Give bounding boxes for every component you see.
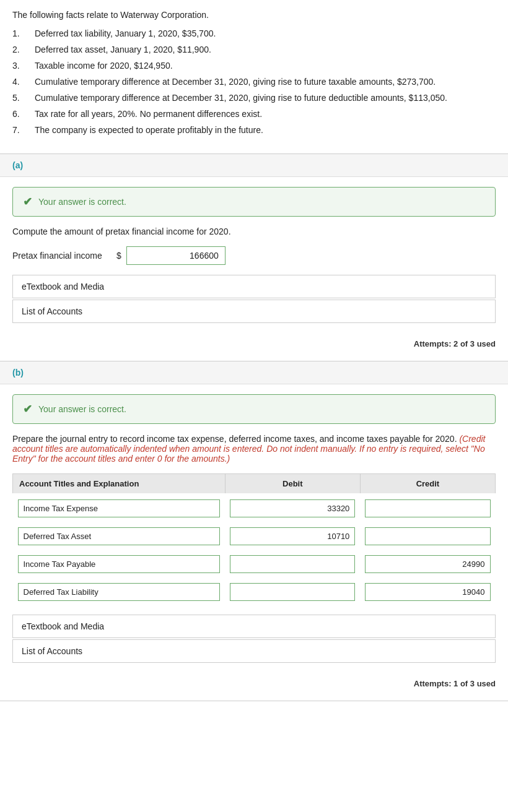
col-header-debit: Debit [225,474,360,495]
debit-cell-3 [225,550,360,578]
part-b-header: (b) [0,361,508,384]
pretax-income-row: Pretax financial income $ [12,246,496,265]
part-b-correct-msg: Your answer is correct. [38,404,126,414]
fact-text-5: Cumulative temporary difference at Decem… [35,93,447,103]
account-input-4[interactable] [18,583,221,601]
part-a-section: (a) ✔ Your answer is correct. Compute th… [0,154,508,361]
journal-table-body [13,495,496,606]
list-of-accounts-button-a[interactable]: List of Accounts [12,300,496,323]
part-a-correct-msg: Your answer is correct. [38,197,126,207]
fact-text-1: Deferred tax liability, January 1, 2020,… [35,28,216,38]
journal-table-header: Account Titles and Explanation Debit Cre… [13,474,496,495]
checkmark-icon: ✔ [23,195,32,209]
credit-cell-3 [360,550,495,578]
account-cell-4 [13,578,226,606]
journal-row-1 [13,495,496,522]
credit-cell-1 [360,495,495,522]
account-cell-2 [13,522,226,550]
debit-cell-1 [225,495,360,522]
fact-num-2: 2. [12,45,35,54]
credit-input-2[interactable] [365,527,490,545]
fact-item-6: 6. Tax rate for all years, 20%. No perma… [12,109,496,119]
fact-text-7: The company is expected to operate profi… [35,125,263,135]
account-cell-1 [13,495,226,522]
account-input-2[interactable] [18,527,221,545]
journal-row-2 [13,522,496,550]
fact-num-7: 7. [12,125,35,135]
part-a-question: Compute the amount of pretax financial i… [12,227,496,236]
col-header-account: Account Titles and Explanation [13,474,226,495]
journal-table: Account Titles and Explanation Debit Cre… [12,473,496,607]
fact-num-1: 1. [12,28,35,38]
fact-num-6: 6. [12,109,35,119]
debit-input-1[interactable] [230,499,355,517]
pretax-income-input[interactable] [126,246,226,265]
credit-input-3[interactable] [365,555,490,573]
debit-cell-4 [225,578,360,606]
credit-cell-2 [360,522,495,550]
fact-item-5: 5. Cumulative temporary difference at De… [12,93,496,103]
fact-num-3: 3. [12,61,35,71]
fact-item-1: 1. Deferred tax liability, January 1, 20… [12,28,496,38]
fact-num-4: 4. [12,77,35,87]
part-b-attempts: Attempts: 1 of 3 used [0,674,508,691]
fact-item-3: 3. Taxable income for 2020, $124,950. [12,61,496,71]
part-a-body: ✔ Your answer is correct. Compute the am… [0,177,508,334]
list-of-accounts-label-b: List of Accounts [22,646,82,656]
debit-cell-2 [225,522,360,550]
etextbook-button-b[interactable]: eTextbook and Media [12,615,496,638]
part-b-correct-banner: ✔ Your answer is correct. [12,394,496,424]
journal-row-4 [13,578,496,606]
journal-row-3 [13,550,496,578]
etextbook-button-a[interactable]: eTextbook and Media [12,275,496,298]
list-of-accounts-label-a: List of Accounts [22,306,82,316]
credit-cell-4 [360,578,495,606]
fact-num-5: 5. [12,93,35,103]
part-a-attempts: Attempts: 2 of 3 used [0,334,508,351]
fact-text-6: Tax rate for all years, 20%. No permanen… [35,109,262,119]
account-input-1[interactable] [18,499,221,517]
col-header-credit: Credit [360,474,495,495]
pretax-income-label: Pretax financial income [12,251,112,261]
checkmark-icon-b: ✔ [23,402,32,416]
part-a-header: (a) [0,154,508,177]
fact-item-4: 4. Cumulative temporary difference at De… [12,77,496,87]
debit-input-2[interactable] [230,527,355,545]
etextbook-label-a: eTextbook and Media [22,282,104,292]
facts-list: 1. Deferred tax liability, January 1, 20… [12,28,496,135]
dollar-sign-a: $ [116,251,121,261]
etextbook-label-b: eTextbook and Media [22,621,104,631]
facts-section: The following facts relate to Waterway C… [0,0,508,154]
debit-input-4[interactable] [230,583,355,601]
account-input-3[interactable] [18,555,221,573]
credit-input-4[interactable] [365,583,490,601]
fact-item-2: 2. Deferred tax asset, January 1, 2020, … [12,45,496,54]
list-of-accounts-button-b[interactable]: List of Accounts [12,639,496,663]
credit-input-1[interactable] [365,499,490,517]
fact-text-2: Deferred tax asset, January 1, 2020, $11… [35,45,211,54]
part-a-correct-banner: ✔ Your answer is correct. [12,187,496,217]
part-b-section: (b) ✔ Your answer is correct. Prepare th… [0,361,508,701]
part-b-label: (b) [12,368,24,378]
facts-intro: The following facts relate to Waterway C… [12,10,496,20]
debit-input-3[interactable] [230,555,355,573]
fact-item-7: 7. The company is expected to operate pr… [12,125,496,135]
part-a-label: (a) [12,160,23,170]
fact-text-3: Taxable income for 2020, $124,950. [35,61,173,71]
fact-text-4: Cumulative temporary difference at Decem… [35,77,436,87]
part-b-body: ✔ Your answer is correct. Prepare the jo… [0,384,508,674]
part-b-question: Prepare the journal entry to record inco… [12,434,496,464]
account-cell-3 [13,550,226,578]
